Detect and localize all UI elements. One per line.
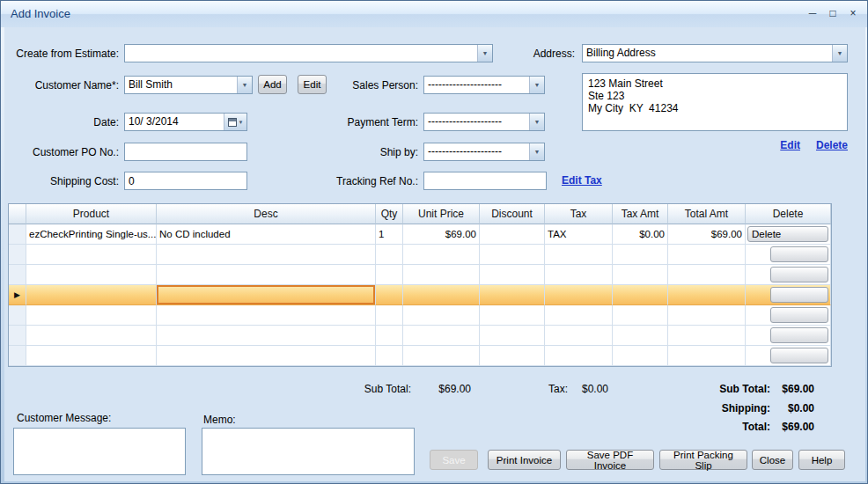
total-amt-cell[interactable]: $69.00 xyxy=(668,224,746,245)
total-amt-cell[interactable] xyxy=(668,285,746,305)
qty-cell[interactable] xyxy=(376,305,403,326)
row-selector-cell[interactable] xyxy=(9,305,26,326)
unit-price-cell[interactable] xyxy=(403,285,480,305)
row-selector-cell[interactable] xyxy=(9,346,26,366)
chevron-down-icon[interactable]: ▼ xyxy=(529,114,544,130)
print-packing-slip-button[interactable]: Print Packing Slip xyxy=(659,450,747,470)
qty-cell[interactable] xyxy=(376,346,403,366)
tax-amt-cell[interactable] xyxy=(613,265,668,285)
chevron-down-icon[interactable]: ▼ xyxy=(477,45,492,62)
total-amt-cell[interactable] xyxy=(668,245,746,265)
tax-cell[interactable]: TAX xyxy=(545,224,613,245)
discount-cell[interactable] xyxy=(480,245,545,265)
customer-message-input[interactable] xyxy=(13,428,186,475)
desc-cell-active[interactable] xyxy=(157,285,376,305)
help-button[interactable]: Help xyxy=(798,450,845,470)
product-cell[interactable] xyxy=(26,346,157,366)
chevron-down-icon[interactable]: ▼ xyxy=(529,143,544,160)
desc-cell[interactable]: No CD included xyxy=(157,224,376,245)
edit-customer-button[interactable]: Edit xyxy=(298,75,327,94)
unit-price-cell[interactable] xyxy=(403,265,480,285)
desc-cell[interactable] xyxy=(157,245,376,265)
row-selector-cell[interactable] xyxy=(9,326,26,346)
discount-cell[interactable] xyxy=(480,265,545,285)
save-button[interactable]: Save xyxy=(430,450,478,470)
print-invoice-button[interactable]: Print Invoice xyxy=(488,450,561,470)
qty-cell[interactable] xyxy=(376,326,403,346)
discount-cell[interactable] xyxy=(480,305,545,326)
qty-cell[interactable]: 1 xyxy=(376,224,403,245)
unit-price-cell[interactable] xyxy=(403,305,480,326)
tracking-ref-input[interactable] xyxy=(423,172,547,190)
add-customer-button[interactable]: Add xyxy=(258,75,287,94)
tax-amt-cell[interactable] xyxy=(613,346,668,366)
tax-cell[interactable] xyxy=(545,245,613,265)
customer-po-input[interactable] xyxy=(124,143,247,161)
qty-cell[interactable] xyxy=(376,265,403,285)
total-amt-cell[interactable] xyxy=(668,265,746,285)
tax-cell[interactable] xyxy=(545,265,613,285)
total-amt-cell[interactable] xyxy=(668,326,746,346)
close-button[interactable]: Close xyxy=(752,450,793,470)
tax-amt-cell[interactable]: $0.00 xyxy=(613,224,668,245)
delete-row-button[interactable] xyxy=(770,267,828,282)
unit-price-cell[interactable] xyxy=(403,245,480,265)
product-cell[interactable]: ezCheckPrinting Single-us... xyxy=(26,224,157,245)
delete-row-button[interactable] xyxy=(770,348,828,363)
discount-cell[interactable] xyxy=(480,346,545,366)
save-pdf-invoice-button[interactable]: Save PDF Invoice xyxy=(566,450,654,470)
discount-cell[interactable] xyxy=(480,326,545,346)
delete-row-button[interactable] xyxy=(770,307,828,323)
desc-cell[interactable] xyxy=(157,346,376,366)
product-cell[interactable] xyxy=(26,326,157,346)
desc-cell[interactable] xyxy=(157,326,376,346)
row-selector-cell[interactable]: ▶ xyxy=(9,285,26,305)
desc-cell[interactable] xyxy=(157,305,376,326)
row-selector-cell[interactable] xyxy=(9,224,26,245)
discount-cell[interactable] xyxy=(480,285,545,305)
titlebar[interactable]: Add Invoice ─ □ × xyxy=(1,1,867,27)
chevron-down-icon[interactable]: ▼ xyxy=(529,77,544,93)
payment-term-select[interactable]: --------------------- ▼ xyxy=(423,113,545,131)
qty-cell[interactable] xyxy=(376,245,403,265)
delete-address-link[interactable]: Delete xyxy=(816,139,848,151)
tax-cell[interactable] xyxy=(545,346,613,366)
maximize-button[interactable]: □ xyxy=(826,6,840,20)
chevron-down-icon[interactable]: ▼ xyxy=(237,77,252,93)
product-cell[interactable] xyxy=(26,285,157,305)
product-cell[interactable] xyxy=(26,265,157,285)
calendar-dropdown-button[interactable]: ▼ xyxy=(224,114,246,130)
unit-price-cell[interactable]: $69.00 xyxy=(403,224,480,245)
tax-cell[interactable] xyxy=(545,305,613,326)
qty-cell[interactable] xyxy=(376,285,403,305)
tax-amt-cell[interactable] xyxy=(613,326,668,346)
tax-amt-cell[interactable] xyxy=(613,285,668,305)
close-button-window[interactable]: × xyxy=(846,6,860,20)
edit-tax-link[interactable]: Edit Tax xyxy=(562,174,602,187)
edit-address-link[interactable]: Edit xyxy=(780,139,800,151)
desc-cell[interactable] xyxy=(157,265,376,285)
total-amt-cell[interactable] xyxy=(668,346,746,366)
tax-amt-cell[interactable] xyxy=(613,305,668,326)
unit-price-cell[interactable] xyxy=(403,346,480,366)
customer-name-select[interactable]: Bill Smith ▼ xyxy=(124,76,253,94)
unit-price-cell[interactable] xyxy=(403,326,480,346)
total-amt-cell[interactable] xyxy=(668,305,746,326)
product-cell[interactable] xyxy=(26,305,157,326)
shipping-cost-input[interactable] xyxy=(124,172,247,190)
delete-row-button[interactable] xyxy=(770,246,828,262)
tax-cell[interactable] xyxy=(545,285,613,305)
delete-row-button[interactable] xyxy=(770,327,828,343)
tax-amt-cell[interactable] xyxy=(613,245,668,265)
chevron-down-icon[interactable]: ▼ xyxy=(832,45,847,62)
memo-input[interactable] xyxy=(202,428,415,475)
date-picker[interactable]: 10/ 3/2014 ▼ xyxy=(124,113,247,131)
ship-by-select[interactable]: --------------------- ▼ xyxy=(423,143,545,161)
product-cell[interactable] xyxy=(26,245,157,265)
tax-cell[interactable] xyxy=(545,326,613,346)
address-select[interactable]: Billing Address ▼ xyxy=(582,44,848,62)
row-selector-cell[interactable] xyxy=(9,265,26,285)
create-from-estimate-select[interactable]: ▼ xyxy=(124,44,493,62)
discount-cell[interactable] xyxy=(480,224,545,245)
minimize-button[interactable]: ─ xyxy=(805,6,820,20)
